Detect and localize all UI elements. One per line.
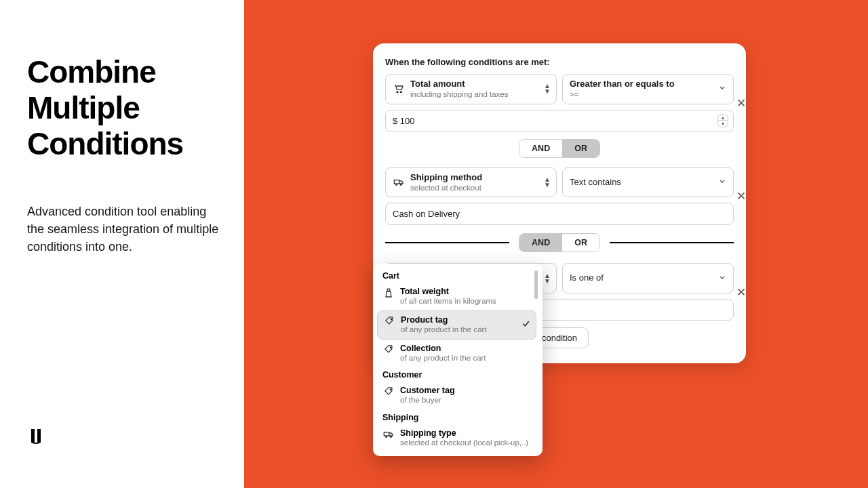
divider [610, 242, 734, 243]
dropdown-item-title: Total weight [400, 287, 496, 297]
operator-select[interactable]: Is one of [562, 263, 734, 293]
dropdown-group-label: Shipping [377, 409, 536, 424]
and-button[interactable]: AND [519, 140, 562, 157]
logic-toggle: AND OR [519, 233, 600, 252]
or-button[interactable]: OR [562, 234, 599, 251]
op-title: Is one of [570, 272, 604, 283]
dropdown-item[interactable]: Shipping typeselected at checkout (local… [377, 424, 536, 452]
tag-icon [383, 316, 395, 326]
logo [27, 427, 222, 447]
operator-select[interactable]: Greater than or equals to >= [562, 74, 734, 104]
headline: Combine Multiple Conditions [27, 54, 222, 162]
or-button[interactable]: OR [562, 140, 599, 157]
dropdown-item-sub: of any product in the cart [401, 325, 487, 335]
field-sub: selected at checkout [410, 183, 482, 192]
weight-icon [382, 287, 395, 298]
step-up[interactable]: ▲ [718, 115, 728, 121]
remove-row-button[interactable]: ✕ [736, 189, 746, 203]
and-button[interactable]: AND [519, 234, 562, 251]
tag-icon [382, 344, 395, 354]
dropdown-item-sub: of any product in the cart [400, 354, 486, 363]
field-title: Shipping method [410, 172, 482, 183]
divider [385, 242, 509, 243]
footnote: ...and 20+ more conditions [604, 327, 740, 341]
step-down[interactable]: ▼ [718, 121, 728, 127]
cart-icon [393, 83, 405, 94]
svg-point-1 [400, 92, 401, 93]
number-stepper[interactable]: ▲ ▼ [717, 114, 728, 127]
tag-icon [382, 386, 395, 396]
svg-rect-10 [384, 432, 389, 436]
svg-point-9 [390, 390, 391, 391]
updown-icon: ▲▼ [544, 273, 551, 284]
chevron-down-icon [718, 273, 726, 283]
op-sub: >= [570, 89, 675, 99]
dropdown-item-sub: of the buyer [400, 396, 455, 405]
svg-point-3 [396, 184, 397, 185]
left-panel: Combine Multiple Conditions Advanced con… [0, 0, 244, 488]
dropdown-group-label: Cart [377, 268, 536, 283]
chevron-down-icon [718, 177, 726, 187]
dropdown-item[interactable]: Collectionof any product in the cart [377, 340, 536, 367]
truck-icon [393, 177, 405, 188]
dropdown-item-sub: of all cart items in kilograms [400, 297, 496, 306]
svg-point-7 [391, 319, 392, 320]
dropdown-item-title: Collection [400, 344, 486, 354]
svg-rect-2 [394, 180, 399, 184]
value-input[interactable]: $ 100 [385, 110, 734, 132]
dropdown-item[interactable]: Product tagof any product in the cart [377, 310, 536, 340]
logic-toggle: AND OR [519, 139, 600, 158]
dropdown-item[interactable]: Customer tagof the buyer [377, 382, 536, 409]
chevron-down-icon [718, 84, 726, 94]
field-select[interactable]: Total amount including shipping and taxe… [385, 74, 557, 104]
svg-point-0 [397, 92, 398, 93]
card-title: When the following conditions are met: [385, 57, 734, 67]
field-select[interactable]: Shipping method selected at checkout ▲▼ [385, 167, 557, 198]
value-input[interactable]: Cash on Delivery [385, 203, 734, 225]
updown-icon: ▲▼ [544, 177, 551, 188]
op-title: Greater than or equals to [570, 79, 675, 89]
remove-row-button[interactable]: ✕ [736, 96, 746, 110]
condition-row: Shipping method selected at checkout ▲▼ … [385, 167, 734, 226]
remove-row-button[interactable]: ✕ [736, 285, 746, 299]
right-panel: When the following conditions are met: T… [244, 0, 868, 488]
field-sub: including shipping and taxes [410, 89, 509, 99]
svg-point-8 [390, 347, 391, 348]
dropdown-group-label: Customer [377, 367, 536, 382]
truck-icon [382, 429, 395, 440]
op-title: Text contains [570, 177, 621, 188]
svg-point-11 [386, 436, 387, 438]
dropdown-item-title: Customer tag [400, 386, 455, 396]
field-dropdown: CartTotal weightof all cart items in kil… [373, 264, 542, 456]
dropdown-item-title: Product tag [401, 315, 487, 325]
updown-icon: ▲▼ [544, 83, 551, 94]
operator-select[interactable]: Text contains [562, 167, 734, 198]
check-icon [521, 319, 530, 330]
field-title: Total amount [410, 79, 509, 89]
subtext: Advanced condition tool enabling the sea… [27, 203, 222, 256]
svg-point-4 [400, 184, 401, 185]
dropdown-item-title: Shipping type [400, 428, 528, 439]
condition-row: Total amount including shipping and taxe… [385, 74, 734, 132]
dropdown-item[interactable]: Total weightof all cart items in kilogra… [377, 283, 536, 310]
svg-point-12 [390, 436, 391, 438]
dropdown-item-sub: selected at checkout (local pick-up,..) [400, 439, 528, 448]
